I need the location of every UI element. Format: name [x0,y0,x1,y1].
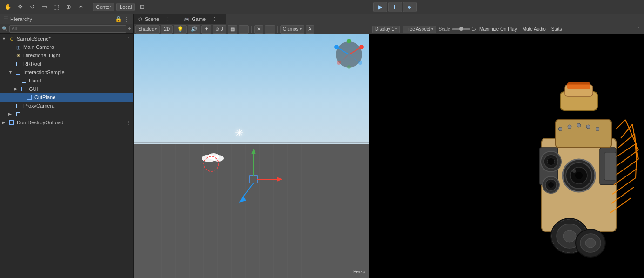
svg-marker-8 [277,177,282,182]
scene-more2[interactable]: ⋯ [265,25,275,34]
display-dropdown[interactable]: Display 1 ▾ [372,26,400,33]
svg-point-49 [558,127,562,131]
main-area: ☰ Hierarchy 🔒 ⋮ 🔍 + ▼ ⊙ SampleScene* ⋮ [0,14,644,278]
rotate-tool[interactable]: ↺ [27,2,37,12]
hierarchy-more-icon[interactable]: ⋮ [124,16,129,22]
hierarchy-item-dir-light[interactable]: ☀ Directional Light [0,51,133,60]
scene-more1[interactable]: ⋯ [239,25,249,34]
main-toolbar: ✋ ✥ ↺ ▭ ⬚ ⊕ ✶ Center Local ⊞ ▶ ⏸ ⏭ [0,0,644,14]
center-toggle[interactable]: Center [93,3,114,11]
hierarchy-lock-icon[interactable]: 🔒 [115,16,122,22]
svg-point-57 [575,172,583,179]
scene-tab-more[interactable]: ⋮ [161,16,174,22]
light-toggle-btn[interactable]: 💡 [174,25,187,34]
svg-line-38 [616,150,638,166]
scale-text: Scale [439,27,450,32]
aspect-label: Free Aspect [405,27,430,32]
svg-point-13 [347,39,351,43]
scene-view: Shaded ▾ 2D 💡 🔊 ✦ ⊘ 0 ▦ ⋯ ✕ ⋯ [134,24,369,278]
game-toolbar: Display 1 ▾ Free Aspect ▾ Scale 1x [369,24,644,34]
pause-button[interactable]: ⏸ [388,2,402,12]
grid-icon[interactable]: ⊞ [137,2,147,12]
proxycam-label: ProxyCamera [23,103,54,108]
overlay-btn[interactable]: ⊘ 0 [213,25,226,34]
gizmos-btn[interactable]: Gizmos ▾ [280,25,304,34]
transform-tool[interactable]: ⊕ [63,2,74,12]
2d-toggle[interactable]: 2D [161,25,173,34]
hierarchy-search-input[interactable] [9,25,126,33]
hierarchy-item-hand[interactable]: Hand [0,76,133,85]
hierarchy-icon: ☰ [4,16,8,22]
svg-point-65 [585,238,596,248]
hierarchy-header-actions: 🔒 ⋮ [115,16,129,22]
hierarchy-item-proxycam[interactable]: ProxyCamera [0,102,133,110]
orientation-gizmo[interactable] [333,38,365,71]
center-panel: ⬡ Scene ⋮ 🎮 Game ⋮ Shaded ▾ [134,14,644,278]
hierarchy-item-interaction[interactable]: ▼ InteractionSample [0,68,133,76]
effects-btn[interactable]: ✦ [201,25,211,34]
scene-toggle-arrow: ▼ [2,36,7,41]
svg-point-29 [547,158,555,165]
hand-tool[interactable]: ✋ [3,2,13,12]
shading-dropdown[interactable]: Shaded ▾ [135,25,160,34]
hierarchy-item-main-camera[interactable]: ◫ Main Camera [0,43,133,51]
hierarchy-search-icon: 🔍 [2,26,7,31]
stats-label[interactable]: Stats [551,27,562,32]
scene-tab[interactable]: ⬡ Scene ⋮ [134,14,179,24]
hierarchy-item-dontdestroy[interactable]: ▶ DontDestroyOnLoad ⋮ [0,118,133,127]
hierarchy-item-empty[interactable]: ▶ [0,110,133,118]
game-tab[interactable]: 🎮 Game ⋮ [179,14,226,24]
audio-btn[interactable]: 🔊 [188,25,200,34]
scene-settings[interactable]: ✕ [254,25,263,34]
svg-line-40 [614,169,637,185]
game-canvas[interactable] [369,34,644,278]
game-more-btn[interactable]: ⋮ [637,27,641,32]
hierarchy-panel: ☰ Hierarchy 🔒 ⋮ 🔍 + ▼ ⊙ SampleScene* ⋮ [0,14,134,278]
hierarchy-item-cutplane[interactable]: CutPlane [0,93,133,102]
svg-point-61 [563,230,576,242]
scene-more-btn[interactable]: ⋮ [127,36,131,41]
hierarchy-tab-label: Hierarchy [10,16,32,22]
svg-rect-68 [567,82,590,89]
shading-arrow: ▾ [155,27,157,31]
move-tool[interactable]: ✥ [15,2,25,12]
hierarchy-scene-item[interactable]: ▼ ⊙ SampleScene* ⋮ [0,34,133,43]
rect-tool[interactable]: ⬚ [51,2,61,12]
gui-icon [20,86,27,92]
scene-sep1 [251,26,252,33]
local-toggle[interactable]: Local [116,3,135,11]
dontdestroy-icon [8,119,15,126]
scene-toolbar: Shaded ▾ 2D 💡 🔊 ✦ ⊘ 0 ▦ ⋯ ✕ ⋯ [134,24,369,34]
gizmos-label: Gizmos [283,27,299,32]
svg-rect-4 [250,176,257,183]
svg-point-21 [347,65,351,69]
cutplane-label: CutPlane [34,95,55,100]
aspect-dropdown[interactable]: Free Aspect ▾ [402,26,436,33]
play-button[interactable]: ▶ [373,2,387,12]
scale-tool[interactable]: ▭ [39,2,49,12]
maximize-label[interactable]: Maximize On Play [479,27,517,32]
hierarchy-add-icon[interactable]: + [128,26,131,32]
mute-label[interactable]: Mute Audio [523,27,546,32]
scene-canvas[interactable]: ✳ [134,34,369,278]
dontdestroy-more[interactable]: ⋮ [127,120,131,125]
svg-point-17 [334,45,339,49]
scale-slider[interactable] [452,28,470,30]
center-label: Center [96,4,111,10]
hierarchy-item-gui[interactable]: ▶ GUI [0,85,133,93]
hierarchy-tab[interactable]: ☰ Hierarchy [4,16,32,22]
scale-control: Scale 1x [439,27,477,32]
extra-a-label: A [309,27,312,32]
grid-toggle[interactable]: ▦ [228,25,237,34]
hierarchy-item-rrroot[interactable]: RRRoot [0,60,133,68]
game-tab-label: Game [192,16,206,22]
custom-tool[interactable]: ✶ [75,2,86,12]
hierarchy-toolbar: 🔍 + [0,24,133,34]
scene-extra-a[interactable]: A [306,25,315,34]
shading-label: Shaded [138,27,154,32]
scale-value: 1x [472,27,477,32]
scene-sep2 [277,26,278,33]
light-icon: ☀ [15,52,21,59]
step-button[interactable]: ⏭ [403,2,417,12]
game-tab-more[interactable]: ⋮ [208,16,221,22]
